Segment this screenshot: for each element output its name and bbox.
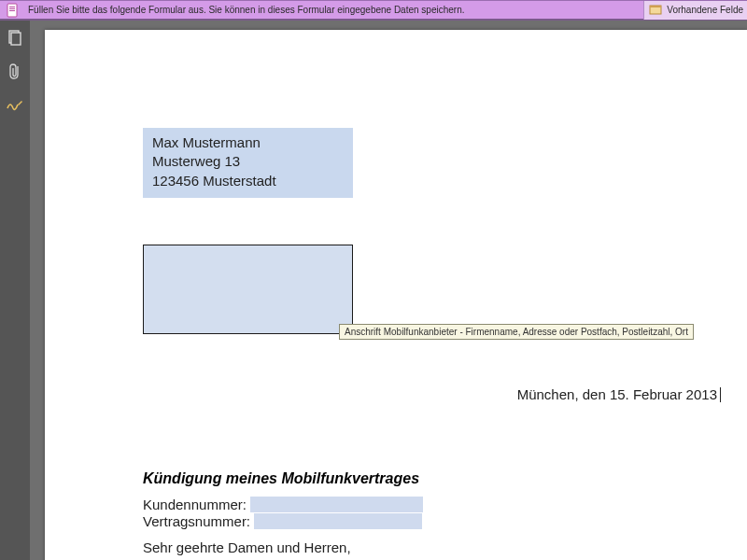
text-caret: [720, 387, 721, 402]
customer-number-row: Kundennummer:: [143, 497, 423, 512]
paperclip-icon[interactable]: [5, 62, 25, 82]
svg-rect-2: [9, 8, 15, 9]
contract-number-label: Vertragsnummer:: [143, 513, 250, 529]
highlight-icon: [648, 3, 663, 18]
customer-number-label: Kundennummer:: [143, 497, 247, 512]
document-page: Max Mustermann Musterweg 13 123456 Muste…: [45, 30, 747, 560]
document-viewport: Max Mustermann Musterweg 13 123456 Muste…: [30, 21, 747, 560]
svg-rect-7: [11, 33, 21, 45]
contract-number-field[interactable]: [254, 513, 422, 529]
highlight-fields-label: Vorhandene Felde: [667, 5, 743, 15]
sender-address-field[interactable]: Max Mustermann Musterweg 13 123456 Muste…: [143, 128, 353, 198]
sender-street: Musterweg 13: [152, 152, 344, 171]
date-text: München, den 15. Februar 2013: [517, 386, 717, 402]
sender-city: 123456 Musterstadt: [152, 172, 344, 190]
svg-rect-5: [650, 6, 661, 7]
customer-number-field[interactable]: [250, 497, 423, 512]
svg-rect-1: [9, 7, 15, 7]
field-tooltip: Anschrift Mobilfunkanbieter - Firmenname…: [339, 324, 694, 340]
left-sidebar: [0, 21, 30, 560]
form-info-bar: Füllen Sie bitte das folgende Formular a…: [0, 0, 747, 21]
contract-number-row: Vertragsnummer:: [143, 513, 422, 529]
highlight-fields-button[interactable]: Vorhandene Felde: [643, 1, 747, 20]
form-document-icon: [4, 1, 22, 20]
sender-name: Max Mustermann: [152, 133, 344, 152]
svg-rect-3: [9, 10, 15, 11]
subject-line: Kündigung meines Mobilfunkvertrages: [143, 470, 419, 487]
signature-icon[interactable]: [5, 95, 25, 116]
date-line[interactable]: München, den 15. Februar 2013: [517, 386, 721, 402]
salutation-text: Sehr geehrte Damen und Herren,: [143, 539, 351, 555]
recipient-address-field[interactable]: [143, 245, 353, 334]
form-info-message: Füllen Sie bitte das folgende Formular a…: [26, 5, 643, 15]
pages-icon[interactable]: [5, 28, 25, 49]
